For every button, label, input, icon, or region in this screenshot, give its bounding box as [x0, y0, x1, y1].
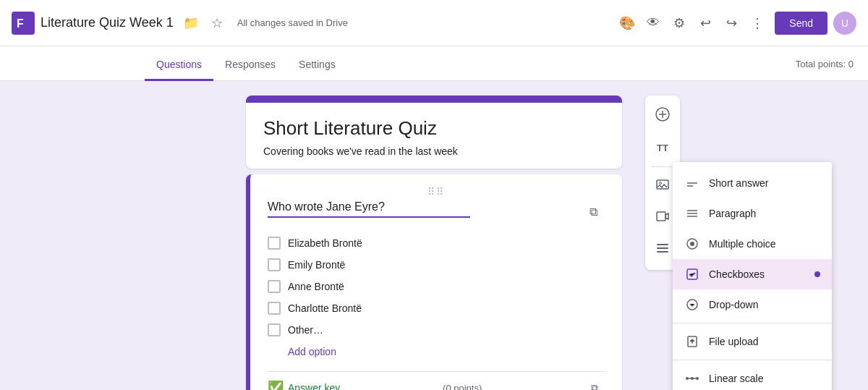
add-title-icon: TT — [657, 143, 668, 153]
action-icons: 🎨 👁 ⚙ ↩ ↪ ⋮ — [616, 12, 769, 35]
app-logo: F — [12, 12, 35, 35]
add-question-icon — [655, 106, 671, 126]
dropdown-item-file-upload-label: File upload — [709, 336, 759, 347]
add-option-btn[interactable]: Add option — [288, 346, 336, 357]
question-copy-btn[interactable]: ⧉ — [582, 200, 605, 224]
svg-point-22 — [686, 377, 689, 380]
option-text-4: Charlotte Brontë — [288, 302, 362, 314]
option-row: Charlotte Brontë — [268, 297, 605, 319]
dropdown-item-dropdown-label: Drop-down — [709, 299, 758, 310]
folder-icon-btn[interactable]: 📁 — [179, 12, 203, 35]
answer-key-label: Answer key — [288, 382, 340, 390]
option-row: Emily Brontë — [268, 254, 605, 276]
form-title: Short Literature Quiz — [263, 117, 605, 140]
add-video-icon — [655, 209, 670, 227]
dropdown-menu: Short answer Paragraph Multiple choice C… — [673, 162, 832, 390]
copy-points-icon: ⧉ — [591, 382, 598, 391]
palette-btn[interactable]: 🎨 — [616, 12, 639, 35]
option-text-3: Anne Brontë — [288, 281, 344, 292]
short-answer-icon — [684, 175, 700, 191]
option-row: Elizabeth Brontë — [268, 232, 605, 254]
option-checkbox-1[interactable] — [268, 237, 281, 250]
tabs-bar: Questions Responses Settings Total point… — [0, 46, 868, 81]
redo-icon: ↪ — [726, 15, 737, 31]
dropdown-divider-2 — [673, 360, 832, 360]
add-option-row: Add option — [268, 341, 605, 363]
title-action-icons: 📁 ☆ — [179, 12, 229, 35]
more-icon: ⋮ — [751, 15, 764, 31]
checkboxes-icon — [684, 266, 700, 282]
answer-key-row: ✅ Answer key (0 points) ⧉ — [268, 371, 605, 390]
dropdown-item-checkboxes-label: Checkboxes — [709, 268, 765, 280]
undo-btn[interactable]: ↩ — [694, 12, 717, 35]
answer-key-btn[interactable]: ✅ Answer key — [268, 380, 340, 390]
palette-icon: 🎨 — [619, 15, 635, 31]
active-indicator — [814, 271, 820, 277]
option-text-2: Emily Brontë — [288, 259, 345, 271]
star-icon: ☆ — [211, 15, 223, 31]
main-content: Short Literature Quiz Covering books we'… — [0, 81, 868, 390]
option-checkbox-3[interactable] — [268, 280, 281, 293]
dropdown-icon — [684, 297, 700, 313]
undo-icon: ↩ — [700, 15, 711, 31]
tab-responses[interactable]: Responses — [213, 50, 287, 81]
copy-icon: ⧉ — [590, 205, 597, 219]
dropdown-item-multiple-choice[interactable]: Multiple choice — [673, 229, 832, 259]
multiple-choice-icon — [684, 236, 700, 252]
answer-key-copy-btn[interactable]: ⧉ — [584, 378, 605, 390]
dropdown-item-linear-scale[interactable]: Linear scale — [673, 363, 832, 390]
option-text-1: Elizabeth Brontë — [288, 237, 362, 249]
question-header: ⧉ — [268, 200, 605, 224]
linear-scale-icon — [684, 370, 700, 386]
svg-rect-10 — [657, 251, 668, 253]
preview-btn[interactable]: 👁 — [642, 12, 665, 35]
svg-point-23 — [691, 377, 694, 380]
topbar: F Literature Quiz Week 1 📁 ☆ All changes… — [0, 0, 868, 46]
file-upload-icon — [684, 334, 700, 349]
dropdown-item-file-upload[interactable]: File upload — [673, 326, 832, 357]
add-section-icon — [655, 241, 670, 259]
dropdown-item-paragraph-label: Paragraph — [709, 208, 756, 219]
add-question-btn[interactable] — [648, 101, 677, 130]
svg-rect-7 — [657, 212, 665, 221]
add-title-btn[interactable]: TT — [648, 133, 677, 162]
tab-questions[interactable]: Questions — [145, 50, 213, 81]
option-row: Anne Brontë — [268, 276, 605, 297]
question-card: ⠿⠿ ⧉ Elizabeth Brontë Emily Brontë Anne … — [246, 174, 622, 390]
svg-text:F: F — [17, 17, 24, 30]
svg-rect-8 — [657, 244, 668, 245]
star-icon-btn[interactable]: ☆ — [205, 12, 229, 35]
dropdown-item-short-answer[interactable]: Short answer — [673, 168, 832, 198]
settings-btn[interactable]: ⚙ — [668, 12, 691, 35]
app-title: Literature Quiz Week 1 — [41, 15, 174, 30]
preview-icon: 👁 — [647, 15, 660, 30]
add-option-checkbox-placeholder — [268, 345, 281, 358]
question-text-input[interactable] — [268, 200, 470, 218]
save-status: All changes saved in Drive — [237, 17, 348, 28]
folder-icon: 📁 — [183, 15, 199, 31]
dropdown-item-short-answer-label: Short answer — [709, 177, 768, 189]
form-description: Covering books we've read in the last we… — [263, 145, 605, 157]
total-points: Total points: 0 — [796, 58, 854, 69]
avatar[interactable]: U — [833, 12, 856, 35]
tab-settings[interactable]: Settings — [287, 50, 347, 81]
form-header-card: Short Literature Quiz Covering books we'… — [246, 96, 622, 169]
svg-point-6 — [660, 182, 662, 184]
dropdown-item-paragraph[interactable]: Paragraph — [673, 198, 832, 229]
check-circle-icon: ✅ — [268, 380, 284, 390]
dropdown-item-checkboxes[interactable]: Checkboxes — [673, 259, 832, 289]
settings-icon: ⚙ — [673, 15, 685, 31]
topbar-right: 🎨 👁 ⚙ ↩ ↪ ⋮ Send U — [616, 12, 856, 35]
drag-handle: ⠿⠿ — [268, 186, 605, 198]
option-other-row: Other… — [268, 319, 605, 341]
option-checkbox-other[interactable] — [268, 323, 281, 336]
option-text-other: Other… — [288, 324, 323, 336]
more-btn[interactable]: ⋮ — [746, 12, 769, 35]
svg-point-24 — [696, 377, 699, 380]
redo-btn[interactable]: ↪ — [720, 12, 743, 35]
dropdown-item-multiple-choice-label: Multiple choice — [709, 238, 776, 250]
dropdown-item-dropdown[interactable]: Drop-down — [673, 289, 832, 320]
option-checkbox-4[interactable] — [268, 302, 281, 315]
option-checkbox-2[interactable] — [268, 258, 281, 271]
send-button[interactable]: Send — [775, 12, 827, 35]
